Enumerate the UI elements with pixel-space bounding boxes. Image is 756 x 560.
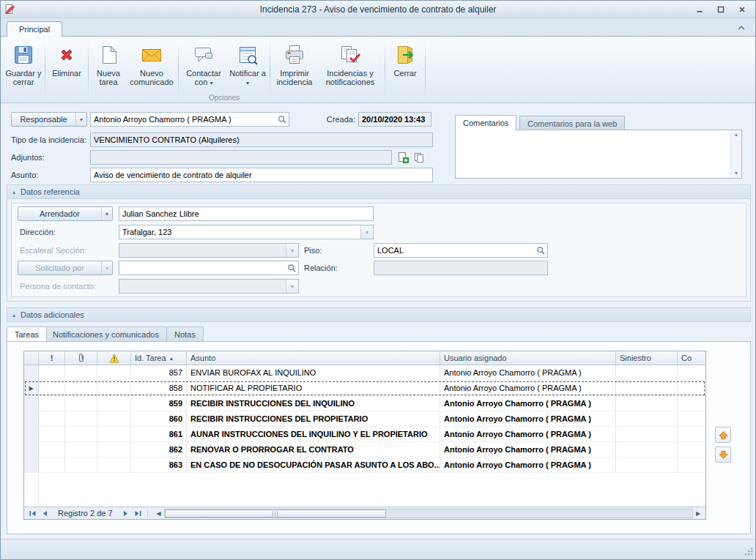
- contactar-con-button[interactable]: Contactar con ▾: [180, 39, 227, 93]
- notificar-a-button[interactable]: Notificar a ▾: [227, 39, 268, 93]
- header-warning[interactable]: [97, 351, 131, 365]
- incidencias-y-notificaciones-button[interactable]: Incidencias y notificaciones: [317, 39, 383, 93]
- move-task-down-button[interactable]: [715, 447, 731, 463]
- cell-asunto: RENOVAR O PRORROGAR EL CONTRATO: [187, 442, 440, 457]
- ribbon-tab-row: Principal: [1, 18, 755, 36]
- tab-notas[interactable]: Notas: [166, 326, 204, 341]
- table-row-selected[interactable]: ▶ 858 NOTIFICAR AL PROPIETARIO Antonio A…: [24, 381, 705, 396]
- minimize-button[interactable]: [690, 3, 709, 16]
- eliminar-button[interactable]: Eliminar: [47, 39, 86, 93]
- table-row[interactable]: 861 AUNAR INSTRUCCIONES DEL INQUILINO Y …: [24, 427, 705, 442]
- header-priority[interactable]: !: [39, 351, 65, 365]
- header-usuario-asignado[interactable]: Usuario asignado: [440, 351, 616, 365]
- cell-siniestro: [616, 458, 678, 472]
- ribbon: Guardar y cerrar Eliminar Nueva tarea: [1, 36, 755, 103]
- hscroll-left-icon[interactable]: ◀: [154, 509, 164, 518]
- arrendador-dropdown-button[interactable]: Arrendador ▾: [18, 206, 113, 221]
- nav-last-button[interactable]: [132, 509, 144, 518]
- nav-first-button[interactable]: [26, 509, 39, 518]
- row-indicator: [24, 411, 39, 426]
- comentarios-scrollbar[interactable]: ▲ ▼: [730, 130, 741, 178]
- table-row[interactable]: 859 RECIBIR INSTRUCCIONES DEL INQUILINO …: [24, 396, 705, 411]
- cell-id: 862: [131, 442, 187, 457]
- hscroll-thumb[interactable]: [165, 509, 387, 518]
- header-co[interactable]: Co: [678, 351, 705, 365]
- guardar-y-cerrar-button[interactable]: Guardar y cerrar: [4, 39, 43, 93]
- header-indicator: [24, 351, 39, 365]
- header-siniestro[interactable]: Siniestro: [616, 351, 678, 365]
- tab-tareas[interactable]: Tareas: [7, 326, 47, 341]
- ribbon-collapse-button[interactable]: [735, 22, 748, 33]
- envelope-icon: [140, 42, 163, 67]
- comentarios-textarea[interactable]: [456, 130, 730, 178]
- datos-referencia-panel: Arrendador ▾ Julian Sanchez Llibre Direc…: [11, 203, 746, 297]
- nav-record-label: Registro 2 de 7: [51, 509, 119, 518]
- nav-prev-button[interactable]: [39, 509, 51, 518]
- nav-next-button[interactable]: [119, 509, 132, 518]
- add-attachment-button[interactable]: [396, 151, 410, 164]
- tab-comentarios[interactable]: Comentarios: [455, 115, 516, 130]
- header-asunto[interactable]: Asunto: [187, 351, 440, 365]
- close-button[interactable]: [733, 3, 752, 16]
- imprimir-incidencia-button[interactable]: Imprimir incidencia: [272, 39, 317, 93]
- dropdown-arrow-icon: ▾: [101, 207, 112, 220]
- asunto-label: Asunto:: [11, 171, 38, 179]
- datos-referencia-header[interactable]: ▴ Datos referencia: [7, 184, 751, 199]
- table-row[interactable]: 862 RENOVAR O PRORROGAR EL CONTRATO Anto…: [24, 442, 705, 458]
- cell-id: 859: [131, 396, 187, 411]
- dropdown-arrow-icon: ▾: [75, 113, 86, 126]
- search-icon[interactable]: [285, 261, 298, 275]
- cell-asunto: NOTIFICAR AL PROPIETARIO: [187, 381, 440, 395]
- status-bar: [1, 539, 755, 559]
- move-task-up-button[interactable]: [715, 427, 731, 443]
- table-row[interactable]: 857 ENVIAR BUROFAX AL INQUILINO Antonio …: [24, 365, 705, 381]
- tab-principal[interactable]: Principal: [7, 21, 62, 37]
- ribbon-separator: [425, 40, 426, 99]
- search-icon[interactable]: [275, 113, 289, 126]
- title-bar: Incidencia 273 - Aviso de vencimiento de…: [1, 1, 755, 18]
- resize-grip[interactable]: [744, 547, 754, 558]
- hscroll-track[interactable]: [164, 509, 693, 518]
- cell-asunto: RECIBIR INSTRUCCIONES DEL PROPIETARIO: [187, 411, 440, 426]
- paperclip-icon: [77, 353, 86, 363]
- app-window: Incidencia 273 - Aviso de vencimiento de…: [0, 0, 756, 560]
- maximize-button[interactable]: [711, 3, 730, 16]
- scroll-up-icon[interactable]: ▲: [734, 130, 739, 139]
- table-row[interactable]: 860 RECIBIR INSTRUCCIONES DEL PROPIETARI…: [24, 411, 705, 427]
- tareas-panel: ! Id. Tarea ▲ Asunto Usuario asignado Si…: [7, 341, 751, 534]
- cerrar-button[interactable]: Cerrar: [387, 39, 423, 93]
- arrow-down-icon: [719, 450, 728, 460]
- sort-asc-icon: ▲: [169, 356, 174, 361]
- solicitado-por-field[interactable]: [119, 261, 299, 275]
- hscroll-right-icon[interactable]: ▶: [693, 509, 703, 518]
- header-id-tarea[interactable]: Id. Tarea ▲: [131, 351, 187, 365]
- arrendador-field[interactable]: Julian Sanchez Llibre: [119, 206, 374, 221]
- nuevo-comunicado-button[interactable]: Nuevo comunicado: [127, 39, 177, 93]
- dropdown-arrow-icon: ▾: [286, 244, 298, 257]
- speech-bubble-icon: [192, 42, 215, 67]
- tab-notificaciones-comunicados[interactable]: Notificaciones y comunicados: [45, 326, 167, 341]
- exit-door-icon: [393, 42, 417, 67]
- scroll-down-icon[interactable]: ▼: [734, 169, 739, 178]
- search-icon[interactable]: [534, 244, 547, 257]
- responsable-field[interactable]: Antonio Arroyo Chamorro ( PRAGMA ): [90, 112, 289, 127]
- table-row[interactable]: 863 EN CASO DE NO DESOCUPACIÓN PASAR ASU…: [24, 458, 705, 473]
- datos-adicionales-header[interactable]: ▴ Datos adicionales: [7, 307, 751, 322]
- cell-usuario: Antonio Arroyo Chamorro ( PRAGMA ): [440, 411, 616, 426]
- horizontal-scrollbar[interactable]: ◀ ▶: [154, 509, 703, 518]
- responsable-dropdown-button[interactable]: Responsable ▾: [11, 112, 87, 127]
- cell-usuario: Antonio Arroyo Chamorro ( PRAGMA ): [440, 442, 616, 457]
- creada-label: Creada:: [319, 115, 355, 124]
- ribbon-separator: [270, 40, 270, 99]
- asunto-field[interactable]: Aviso de vencimiento de contrato de alqu…: [90, 168, 433, 182]
- nueva-tarea-button[interactable]: Nueva tarea: [90, 39, 127, 93]
- header-attachment[interactable]: [65, 351, 97, 365]
- dropdown-arrow-icon[interactable]: ▾: [360, 225, 373, 239]
- solicitado-por-dropdown-button: Solicitado por ▾: [18, 261, 113, 275]
- ribbon-group-caption: Opciones: [180, 93, 268, 102]
- direccion-field[interactable]: Trafalgar, 123 ▾: [119, 225, 374, 239]
- copy-attachment-button[interactable]: [412, 151, 426, 164]
- ribbon-separator: [88, 40, 89, 99]
- piso-field[interactable]: LOCAL: [374, 243, 548, 258]
- tab-comentarios-web[interactable]: Comentarios para la web: [519, 116, 625, 130]
